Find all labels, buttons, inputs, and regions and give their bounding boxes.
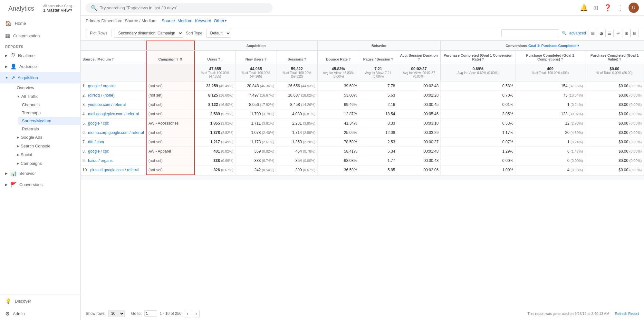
row6-pages: 12.08 <box>359 128 397 137</box>
table-search-input[interactable] <box>501 29 559 37</box>
refresh-report-link[interactable]: Refresh Report <box>615 312 639 315</box>
data-table: Acquisition Behavior Conversions Goal 1:… <box>81 41 644 175</box>
sidebar-item-channels[interactable]: Channels <box>18 101 80 109</box>
sidebar-item-social[interactable]: ▶ Social <box>13 150 80 159</box>
row7-source-link[interactable]: dfa / cpm <box>88 140 104 144</box>
sidebar-item-source-medium[interactable]: Source/Medium <box>18 117 80 125</box>
dim-other-dropdown[interactable]: Other ▾ <box>214 18 227 23</box>
secondary-dimension-select[interactable]: Secondary dimension: Campaign <box>114 29 183 38</box>
sidebar-item-admin[interactable]: ⚙ Admin <box>0 307 80 320</box>
row9-bounce: 68.08% <box>317 156 359 165</box>
notifications-icon[interactable]: 🔔 <box>580 4 588 12</box>
view-icon-pivot[interactable]: ⊞ <box>622 29 630 37</box>
col-header-source[interactable]: Source / Medium ? <box>81 51 146 64</box>
col-header-conv-rate[interactable]: Purchase Completed (Goal 1 Conversion Ra… <box>441 51 515 64</box>
row6-new-users: 1,078 (2.40%) <box>235 128 276 137</box>
show-rows-select[interactable]: 10 25 50 100 <box>108 310 125 317</box>
next-page-button[interactable]: › <box>193 310 200 317</box>
apps-icon[interactable]: ⊞ <box>593 4 599 12</box>
goal-selector[interactable]: Goal 1: Purchase Completed ▾ <box>528 43 579 48</box>
col-header-bounce-rate[interactable]: Bounce Rate ? <box>317 51 359 64</box>
advanced-link[interactable]: advanced <box>569 31 586 35</box>
row6-sessions: 1,714 (2.89%) <box>276 128 317 137</box>
view-icon-table[interactable]: ⊟ <box>589 29 597 37</box>
sidebar-item-treemaps[interactable]: Treemaps <box>18 109 80 117</box>
row5-num: 5. <box>82 121 86 126</box>
sidebar-item-all-traffic[interactable]: ▼ All Traffic <box>13 92 80 101</box>
row2-campaign: (not set) <box>146 91 195 100</box>
col-header-pages-session[interactable]: Pages / Session ? <box>359 51 397 64</box>
col-header-completions[interactable]: Purchase Completed (Goal 1 Completions) … <box>515 51 585 64</box>
sidebar-item-discover[interactable]: 💡 Discover <box>0 295 80 307</box>
view-icons: ⊟ ◕ ☰ ⇌ ⊞ ⊟ <box>589 29 639 37</box>
row2-source-link[interactable]: (direct) / (none) <box>88 93 114 98</box>
row4-value: $0.00 (0.00%) <box>585 109 644 119</box>
sidebar-item-home[interactable]: 🏠 Home <box>0 17 80 30</box>
goal-chevron-icon: ▾ <box>577 43 579 48</box>
totals-source-cell <box>81 64 146 81</box>
help-icon[interactable]: ❓ <box>604 4 612 12</box>
totals-bounce-sub: Avg for View: 45.83% (0.00%) <box>320 71 357 78</box>
sidebar-item-conversions[interactable]: ▶ 🚩 Conversions <box>0 179 80 190</box>
view-selector[interactable]: 1 Master View ▾ <box>43 8 75 13</box>
customization-icon: ▦ <box>5 33 10 39</box>
col-header-avg-duration[interactable]: Avg. Session Duration ? <box>397 51 441 64</box>
row6-source-link[interactable]: moma.corp.google.com / referral <box>88 130 144 135</box>
row2-duration: 00:02:28 <box>397 91 441 100</box>
horizontal-scrollbar[interactable] <box>81 175 644 180</box>
sort-type-select[interactable]: Default <box>206 29 231 38</box>
view-icon-list[interactable]: ☰ <box>605 29 614 37</box>
totals-duration-cell: 00:02:37 Avg for View: 00:02:37 (0.00%) <box>397 64 441 81</box>
row5-source-link[interactable]: google / cpc <box>88 121 109 126</box>
search-bar[interactable]: 🔍 <box>86 3 273 13</box>
view-icon-compare[interactable]: ⇌ <box>614 29 622 37</box>
table-search-icon[interactable]: 🔍 <box>562 31 567 35</box>
sidebar-item-campaigns[interactable]: ▶ Campaigns <box>13 159 80 168</box>
more-icon[interactable]: ⋮ <box>617 4 623 12</box>
avatar[interactable]: U <box>629 3 639 13</box>
all-traffic-label: All Traffic <box>21 94 38 99</box>
row1-source-link[interactable]: google / organic <box>88 84 115 88</box>
sidebar-item-behavior[interactable]: ▶ 📊 Behavior <box>0 168 80 179</box>
sidebar-item-customization[interactable]: ▦ Customization <box>0 30 80 42</box>
search-input[interactable] <box>100 5 267 10</box>
dim-source-link[interactable]: Source <box>162 18 175 23</box>
goto-input[interactable] <box>144 310 157 317</box>
row5-users: 1,865 (3.81%) <box>195 119 235 128</box>
sidebar-item-referrals[interactable]: Referrals <box>18 125 80 133</box>
view-dropdown-icon: ▾ <box>70 8 72 12</box>
col-header-users[interactable]: Users ? ↓ <box>195 51 235 64</box>
dim-medium-link[interactable]: Medium <box>178 18 192 23</box>
row7-bounce: 78.59% <box>317 137 359 147</box>
main-area: 🔍 🔔 ⊞ ❓ ⋮ U Primary Dimension: Source / … <box>81 0 644 320</box>
row9-value: $0.00 (0.00%) <box>585 156 644 165</box>
dim-keyword-link[interactable]: Keyword <box>195 18 211 23</box>
row9-source-link[interactable]: baidu / organic <box>88 158 113 163</box>
row2-bounce: 53.00% <box>317 91 359 100</box>
table-row: 5. google / cpc AW - Accessories 1,865 (… <box>81 119 644 128</box>
sidebar-item-acquisition[interactable]: ▼ ↗ Acquisition <box>0 72 80 83</box>
row10-source-link[interactable]: plus.url.google.com / referral <box>90 168 139 172</box>
row1-completions: 154 (37.65%) <box>515 81 585 91</box>
col-header-sessions[interactable]: Sessions ? <box>276 51 317 64</box>
row8-source-link[interactable]: google / cpc <box>88 149 109 154</box>
col-header-new-users[interactable]: New Users ? <box>235 51 276 64</box>
plot-rows-button[interactable]: Plot Rows <box>86 29 111 37</box>
table-row: 2. (direct) / (none) (not set) 8,125 (16… <box>81 91 644 100</box>
row9-campaign: (not set) <box>146 156 195 165</box>
col-header-campaign[interactable]: Campaign ? ⚙ <box>146 51 195 64</box>
sidebar-item-search-console[interactable]: ▶ Search Console <box>13 142 80 150</box>
view-icon-custom[interactable]: ⊟ <box>630 29 639 37</box>
sidebar-item-realtime[interactable]: ▶ ⏱ Realtime <box>0 50 80 61</box>
sidebar-item-overview[interactable]: Overview <box>13 83 80 92</box>
sidebar-item-google-ads[interactable]: ▶ Google Ads <box>13 133 80 142</box>
view-icon-pie[interactable]: ◕ <box>597 29 605 37</box>
row4-source-link[interactable]: mall.googleplex.com / referral <box>88 112 139 116</box>
prev-page-button[interactable]: ‹ <box>184 310 191 317</box>
row3-source-link[interactable]: youtube.com / referral <box>88 102 126 107</box>
sidebar-item-audience[interactable]: ▶ 👤 Audience <box>0 61 80 72</box>
row9-num: 9. <box>82 158 86 163</box>
col-header-value[interactable]: Purchase Completed (Goal 1 Value) ? <box>585 51 644 64</box>
topbar-icons: 🔔 ⊞ ❓ ⋮ U <box>580 3 639 13</box>
report-timestamp: This report was generated on 9/23/19 at … <box>528 312 639 315</box>
